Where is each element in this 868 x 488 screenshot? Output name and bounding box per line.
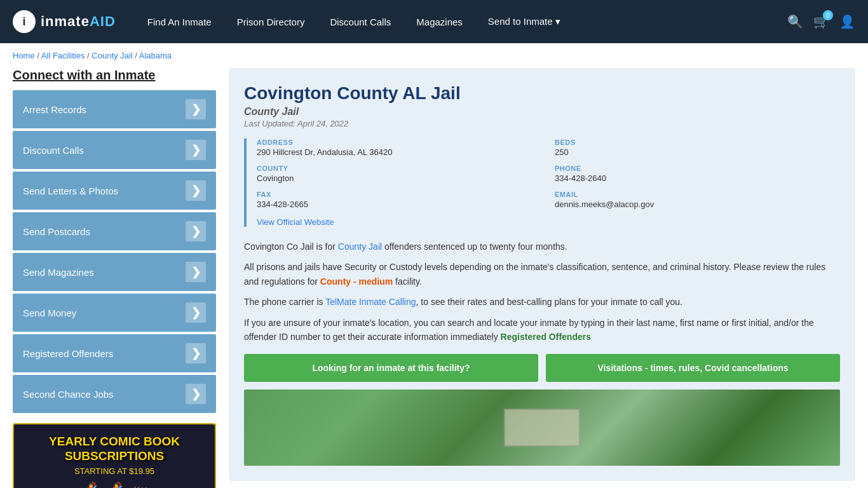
ad-heroes: 🦸‍♂️🦸‍♀️🦇: [76, 481, 153, 488]
breadcrumb-all-facilities[interactable]: All Facilities: [41, 51, 85, 60]
beds-value: 250: [555, 147, 840, 157]
sidebar-item-registered-offenders[interactable]: Registered Offenders ❯: [13, 334, 216, 372]
facility-type: County Jail: [244, 106, 840, 118]
desc-para-4: If you are unsure of your inmate's locat…: [244, 316, 840, 344]
sidebar-item-send-magazines[interactable]: Send Magazines ❯: [13, 253, 216, 291]
county-block: COUNTY Covington: [257, 165, 542, 183]
breadcrumb-county-jail[interactable]: County Jail: [92, 51, 132, 60]
arrow-icon: ❯: [186, 180, 206, 201]
sidebar-item-label: Send Postcards: [23, 226, 90, 237]
desc-para-2: All prisons and jails have Security or C…: [244, 260, 840, 288]
beds-block: BEDS 250: [555, 139, 840, 157]
main-nav: Find An Inmate Prison Directory Discount…: [135, 0, 787, 43]
sidebar-item-label: Send Magazines: [23, 267, 94, 278]
website-link[interactable]: View Official Website: [257, 217, 334, 227]
breadcrumb-home[interactable]: Home: [13, 51, 35, 60]
sidebar-item-label: Send Money: [23, 308, 76, 318]
building-shape: [504, 409, 580, 447]
search-icon[interactable]: 🔍: [787, 14, 803, 29]
nav-prison-directory[interactable]: Prison Directory: [224, 0, 318, 43]
cart-badge: 0: [823, 10, 833, 20]
county-medium-link[interactable]: County - medium: [320, 276, 393, 287]
address-block: ADDRESS 290 Hillcrest Dr, Andalusia, AL …: [257, 139, 542, 157]
beds-label: BEDS: [555, 139, 840, 146]
county-jail-link[interactable]: County Jail: [338, 241, 382, 252]
county-label: COUNTY: [257, 165, 542, 172]
nav-magazines[interactable]: Magazines: [403, 0, 475, 43]
phone-label: PHONE: [555, 165, 840, 172]
facility-last-updated: Last Updated: April 24, 2022: [244, 119, 840, 128]
breadcrumb: Home / All Facilities / County Jail / Al…: [0, 43, 868, 68]
registered-offenders-link[interactable]: Registered Offenders: [501, 332, 591, 342]
facility-title: Covington County AL Jail: [244, 83, 840, 104]
county-value: Covington: [257, 173, 542, 183]
logo-icon: i: [13, 10, 36, 33]
sidebar-item-send-postcards[interactable]: Send Postcards ❯: [13, 212, 216, 250]
find-inmate-button[interactable]: Looking for an inmate at this facility?: [244, 354, 538, 382]
sidebar-item-send-money[interactable]: Send Money ❯: [13, 294, 216, 332]
sidebar-item-label: Arrest Records: [23, 104, 86, 115]
email-block: EMAIL dennis.meeks@alacop.gov: [555, 191, 840, 209]
ad-title: YEARLY COMIC BOOKSUBSCRIPTIONS: [49, 435, 180, 464]
phone-block: PHONE 334-428-2640: [555, 165, 840, 183]
sidebar: Connect with an Inmate Arrest Records ❯ …: [13, 68, 216, 488]
facility-info-grid: ADDRESS 290 Hillcrest Dr, Andalusia, AL …: [244, 139, 840, 227]
sidebar-item-discount-calls[interactable]: Discount Calls ❯: [13, 131, 216, 169]
nav-discount-calls[interactable]: Discount Calls: [317, 0, 403, 43]
arrow-icon: ❯: [186, 262, 206, 282]
facility-card: Covington County AL Jail County Jail Las…: [229, 68, 855, 481]
ad-price: STARTING AT $19.95: [74, 466, 154, 476]
user-icon[interactable]: 👤: [839, 14, 855, 29]
sidebar-item-send-letters[interactable]: Send Letters & Photos ❯: [13, 172, 216, 210]
facility-content: Covington County AL Jail County Jail Las…: [229, 68, 855, 488]
arrow-icon: ❯: [186, 140, 206, 160]
site-header: i inmateAID Find An Inmate Prison Direct…: [0, 0, 868, 43]
nav-icons: 🔍 🛒 0 👤: [787, 14, 855, 29]
email-label: EMAIL: [555, 191, 840, 198]
sidebar-item-label: Discount Calls: [23, 145, 84, 156]
logo-area[interactable]: i inmateAID: [13, 10, 116, 33]
website-block: View Official Website: [257, 217, 542, 227]
fax-value: 334-428-2665: [257, 200, 542, 209]
sidebar-item-label: Send Letters & Photos: [23, 186, 118, 196]
desc-para-3: The phone carrier is TelMate Inmate Call…: [244, 295, 840, 309]
sidebar-item-label: Registered Offenders: [23, 348, 113, 359]
facility-aerial-image: [244, 390, 840, 466]
cart-icon[interactable]: 🛒 0: [813, 14, 829, 29]
connect-title: Connect with an Inmate: [13, 68, 216, 83]
visitation-button[interactable]: Visitations - times, rules, Covid cancel…: [546, 354, 840, 382]
address-value: 290 Hillcrest Dr, Andalusia, AL 36420: [257, 147, 542, 157]
ad-banner[interactable]: YEARLY COMIC BOOKSUBSCRIPTIONS STARTING …: [13, 423, 216, 488]
facility-description: Covington Co Jail is for County Jail off…: [244, 240, 840, 344]
sidebar-item-second-chance-jobs[interactable]: Second Chance Jobs ❯: [13, 375, 216, 413]
arrow-icon: ❯: [186, 99, 206, 119]
sidebar-item-arrest-records[interactable]: Arrest Records ❯: [13, 90, 216, 128]
arrow-icon: ❯: [186, 221, 206, 241]
fax-label: FAX: [257, 191, 542, 198]
aerial-view: [244, 390, 840, 466]
arrow-icon: ❯: [186, 384, 206, 404]
nav-send-to-inmate[interactable]: Send to Inmate ▾: [475, 0, 573, 43]
fax-block: FAX 334-428-2665: [257, 191, 542, 209]
sidebar-item-label: Second Chance Jobs: [23, 389, 114, 400]
action-buttons: Looking for an inmate at this facility? …: [244, 354, 840, 382]
breadcrumb-state[interactable]: Alabama: [139, 51, 172, 60]
address-label: ADDRESS: [257, 139, 542, 146]
logo-text: inmateAID: [41, 13, 116, 30]
sidebar-menu: Arrest Records ❯ Discount Calls ❯ Send L…: [13, 90, 216, 413]
phone-value: 334-428-2640: [555, 173, 840, 183]
arrow-icon: ❯: [186, 302, 206, 323]
email-value: dennis.meeks@alacop.gov: [555, 200, 840, 209]
telmate-link[interactable]: TelMate Inmate Calling: [325, 297, 416, 307]
main-container: Connect with an Inmate Arrest Records ❯ …: [0, 68, 868, 488]
nav-find-inmate[interactable]: Find An Inmate: [135, 0, 224, 43]
desc-para-1: Covington Co Jail is for County Jail off…: [244, 240, 840, 254]
arrow-icon: ❯: [186, 343, 206, 363]
